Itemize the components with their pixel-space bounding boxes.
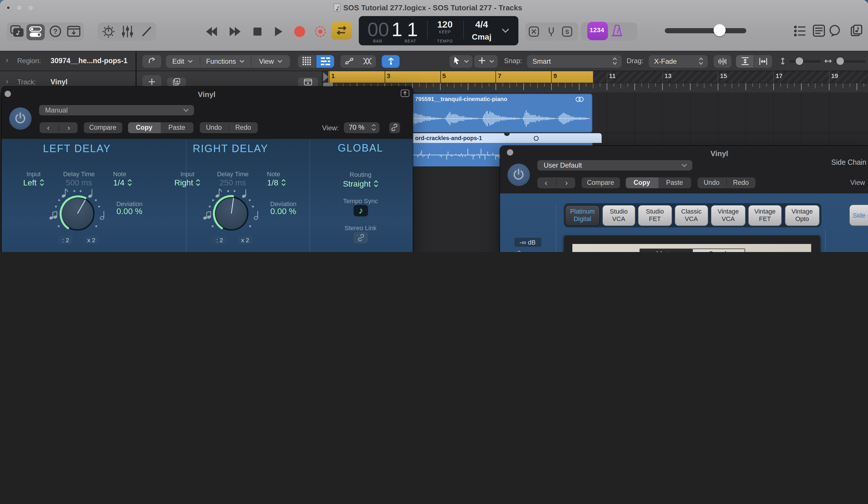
svg-text:S: S: [565, 29, 569, 35]
svg-text:?: ?: [53, 28, 58, 35]
